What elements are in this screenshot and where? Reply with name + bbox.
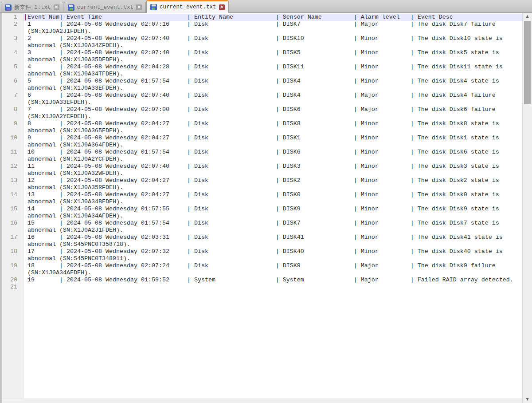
- line-text[interactable]: Event Num| Event Time | Entity Name | Se…: [23, 14, 522, 21]
- line-number[interactable]: 3: [2, 35, 23, 49]
- editor-line: 65 | 2024-05-08 Wednesday 01:57:54 | Dis…: [2, 78, 522, 92]
- tab-label: current_event.txt: [77, 4, 134, 11]
- editor-line: 1918 | 2024-05-08 Wednesday 02:07:24 | D…: [2, 262, 522, 277]
- editor-line: 98 | 2024-05-08 Wednesday 02:04:27 | Dis…: [2, 120, 522, 134]
- tab-label: current_event.txt: [160, 4, 216, 10]
- line-text[interactable]: 11 | 2024-05-08 Wednesday 02:07:40 | Dis…: [23, 163, 522, 177]
- line-number[interactable]: 6: [2, 78, 23, 92]
- floppy-label-area: [69, 5, 73, 7]
- line-number[interactable]: 7: [2, 92, 23, 106]
- vertical-scrollbar[interactable]: ▲ ▼: [522, 13, 532, 403]
- scroll-down-icon[interactable]: ▼: [523, 396, 532, 403]
- vertical-scrollbar-thumb[interactable]: [524, 21, 531, 104]
- line-text[interactable]: 12 | 2024-05-08 Wednesday 02:04:27 | Dis…: [23, 177, 522, 191]
- line-text[interactable]: 14 | 2024-05-08 Wednesday 01:57:55 | Dis…: [23, 205, 522, 220]
- floppy-icon: [68, 4, 74, 11]
- line-text[interactable]: 4 | 2024-05-08 Wednesday 02:04:28 | Disk…: [23, 63, 522, 78]
- line-number[interactable]: 10: [2, 134, 23, 149]
- editor-line: 1413 | 2024-05-08 Wednesday 02:04:27 | D…: [2, 191, 522, 205]
- line-number[interactable]: 20: [2, 277, 23, 284]
- tab-close-icon[interactable]: ×: [54, 4, 59, 10]
- line-text[interactable]: 7 | 2024-05-08 Wednesday 02:07:00 | Disk…: [23, 106, 522, 120]
- line-text[interactable]: 19 | 2024-05-08 Wednesday 01:59:52 | Sys…: [23, 277, 522, 284]
- line-text[interactable]: 16 | 2024-05-08 Wednesday 02:03:31 | Dis…: [23, 234, 522, 248]
- line-text[interactable]: 8 | 2024-05-08 Wednesday 02:04:27 | Disk…: [23, 120, 522, 134]
- line-number[interactable]: 12: [2, 163, 23, 177]
- line-text[interactable]: 5 | 2024-05-08 Wednesday 01:57:54 | Disk…: [23, 78, 522, 92]
- editor-line: 21: [2, 284, 522, 291]
- line-text[interactable]: 1 | 2024-05-08 Wednesday 02:07:16 | Disk…: [23, 21, 522, 35]
- line-number[interactable]: 8: [2, 106, 23, 120]
- editor-line: 1211 | 2024-05-08 Wednesday 02:07:40 | D…: [2, 163, 522, 177]
- editor-line: 43 | 2024-05-08 Wednesday 02:07:40 | Dis…: [2, 49, 522, 63]
- line-number[interactable]: 18: [2, 248, 23, 262]
- line-number[interactable]: 9: [2, 120, 23, 134]
- editor-window: 新文件 1.txt×current_event.txt×current_even…: [0, 0, 532, 403]
- line-number[interactable]: 16: [2, 220, 23, 234]
- editor-line: 2019 | 2024-05-08 Wednesday 01:59:52 | S…: [2, 277, 522, 284]
- tab-2[interactable]: current_event.txt×: [64, 2, 146, 12]
- line-number[interactable]: 1: [2, 14, 23, 21]
- tab-label: 新文件 1.txt: [14, 4, 51, 11]
- editor-line: 87 | 2024-05-08 Wednesday 02:07:00 | Dis…: [2, 106, 522, 120]
- line-text[interactable]: 13 | 2024-05-08 Wednesday 02:04:27 | Dis…: [23, 191, 522, 205]
- editor-line: 1312 | 2024-05-08 Wednesday 02:04:27 | D…: [2, 177, 522, 191]
- tab-bar: 新文件 1.txt×current_event.txt×current_even…: [0, 0, 532, 13]
- floppy-label-area: [6, 5, 10, 7]
- floppy-shutter: [7, 8, 10, 10]
- editor-line: 54 | 2024-05-08 Wednesday 02:04:28 | Dis…: [2, 63, 522, 78]
- editor-line: 1716 | 2024-05-08 Wednesday 02:03:31 | D…: [2, 234, 522, 248]
- line-text[interactable]: 9 | 2024-05-08 Wednesday 02:04:27 | Disk…: [23, 134, 522, 149]
- line-number[interactable]: 14: [2, 191, 23, 205]
- editor-line: 1110 | 2024-05-08 Wednesday 01:57:54 | D…: [2, 149, 522, 163]
- line-number[interactable]: 11: [2, 149, 23, 163]
- line-number[interactable]: 2: [2, 21, 23, 35]
- line-text[interactable]: 2 | 2024-05-08 Wednesday 02:07:40 | Disk…: [23, 35, 522, 49]
- editor-line: 1514 | 2024-05-08 Wednesday 01:57:55 | D…: [2, 205, 522, 220]
- floppy-shutter: [152, 8, 155, 10]
- line-number[interactable]: 13: [2, 177, 23, 191]
- text-caret: [25, 14, 26, 20]
- floppy-icon: [150, 4, 157, 10]
- line-text[interactable]: 6 | 2024-05-08 Wednesday 02:07:40 | Disk…: [23, 92, 522, 106]
- tab-close-icon[interactable]: ×: [136, 4, 142, 10]
- text-editor[interactable]: 1Event Num| Event Time | Entity Name | S…: [2, 13, 522, 399]
- line-text[interactable]: 10 | 2024-05-08 Wednesday 01:57:54 | Dis…: [23, 149, 522, 163]
- line-number[interactable]: 15: [2, 205, 23, 220]
- floppy-shutter: [70, 8, 73, 10]
- line-number[interactable]: 17: [2, 234, 23, 248]
- tab-1[interactable]: 新文件 1.txt×: [1, 2, 63, 12]
- tab-3[interactable]: current_event.txt×: [146, 0, 229, 13]
- editor-line: 32 | 2024-05-08 Wednesday 02:07:40 | Dis…: [2, 35, 522, 49]
- line-text[interactable]: 3 | 2024-05-08 Wednesday 02:07:40 | Disk…: [23, 49, 522, 63]
- editor-line: 76 | 2024-05-08 Wednesday 02:07:40 | Dis…: [2, 92, 522, 106]
- line-number[interactable]: 21: [2, 284, 23, 291]
- line-text[interactable]: 15 | 2024-05-08 Wednesday 01:57:54 | Dis…: [23, 220, 522, 234]
- line-text[interactable]: 17 | 2024-05-08 Wednesday 02:07:32 | Dis…: [23, 248, 522, 262]
- floppy-label-area: [152, 4, 156, 7]
- line-number[interactable]: 5: [2, 63, 23, 78]
- editor-line: 1615 | 2024-05-08 Wednesday 01:57:54 | D…: [2, 220, 522, 234]
- scroll-up-icon[interactable]: ▲: [523, 13, 532, 20]
- line-number[interactable]: 19: [2, 262, 23, 277]
- floppy-icon: [5, 4, 12, 11]
- line-text[interactable]: [23, 284, 522, 291]
- editor-main: 1Event Num| Event Time | Entity Name | S…: [0, 13, 532, 403]
- line-text[interactable]: 18 | 2024-05-08 Wednesday 02:07:24 | Dis…: [23, 262, 522, 277]
- editor-line: 1817 | 2024-05-08 Wednesday 02:07:32 | D…: [2, 248, 522, 262]
- line-number[interactable]: 4: [2, 49, 23, 63]
- editor-line: 109 | 2024-05-08 Wednesday 02:04:27 | Di…: [2, 134, 522, 149]
- editor-line: 21 | 2024-05-08 Wednesday 02:07:16 | Dis…: [2, 21, 522, 35]
- horizontal-scrollbar[interactable]: [2, 399, 522, 403]
- editor-line: 1Event Num| Event Time | Entity Name | S…: [2, 14, 522, 21]
- tab-close-icon[interactable]: ×: [219, 4, 225, 10]
